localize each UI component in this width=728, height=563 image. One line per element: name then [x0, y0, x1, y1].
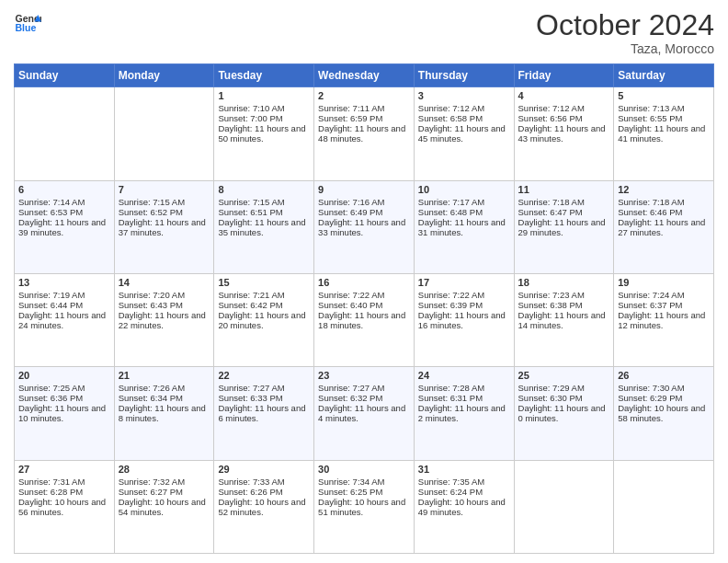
calendar-week-row: 1 Sunrise: 7:10 AM Sunset: 7:00 PM Dayli… — [15, 87, 714, 180]
calendar-week-row: 27 Sunrise: 7:31 AM Sunset: 6:28 PM Dayl… — [15, 460, 714, 553]
day-number: 20 — [18, 370, 110, 381]
sunset-text: Sunset: 6:26 PM — [218, 487, 282, 497]
sunset-text: Sunset: 6:58 PM — [418, 113, 483, 123]
day-number: 14 — [119, 277, 210, 288]
day-number: 24 — [418, 370, 510, 381]
title-block: October 2024 Taza, Morocco — [536, 9, 714, 56]
calendar-cell: 7 Sunrise: 7:15 AM Sunset: 6:52 PM Dayli… — [114, 180, 214, 273]
svg-text:Blue: Blue — [16, 22, 37, 33]
calendar-cell: 9 Sunrise: 7:16 AM Sunset: 6:49 PM Dayli… — [314, 180, 415, 273]
sunset-text: Sunset: 6:52 PM — [119, 207, 183, 217]
calendar-week-row: 6 Sunrise: 7:14 AM Sunset: 6:53 PM Dayli… — [15, 180, 714, 273]
calendar-cell: 6 Sunrise: 7:14 AM Sunset: 6:53 PM Dayli… — [15, 180, 115, 273]
daylight-text: Daylight: 11 hours and 43 minutes. — [518, 123, 606, 144]
sunrise-text: Sunrise: 7:11 AM — [318, 103, 384, 113]
day-number: 13 — [18, 277, 110, 288]
sunset-text: Sunset: 6:32 PM — [318, 393, 382, 403]
sunrise-text: Sunrise: 7:22 AM — [418, 290, 484, 300]
sunrise-text: Sunrise: 7:34 AM — [318, 477, 384, 487]
calendar-cell: 30 Sunrise: 7:34 AM Sunset: 6:25 PM Dayl… — [314, 460, 415, 553]
calendar-header-row: Sunday Monday Tuesday Wednesday Thursday… — [15, 64, 714, 87]
sunset-text: Sunset: 6:49 PM — [318, 207, 382, 217]
day-number: 8 — [218, 184, 310, 195]
month-title: October 2024 — [536, 9, 714, 41]
logo: General Blue — [14, 9, 41, 37]
daylight-text: Daylight: 11 hours and 35 minutes. — [218, 217, 305, 237]
daylight-text: Daylight: 11 hours and 27 minutes. — [618, 217, 705, 237]
sunset-text: Sunset: 6:27 PM — [119, 487, 183, 497]
sunrise-text: Sunrise: 7:18 AM — [618, 197, 684, 207]
sunrise-text: Sunrise: 7:12 AM — [518, 103, 585, 113]
col-sunday: Sunday — [15, 64, 115, 87]
daylight-text: Daylight: 11 hours and 48 minutes. — [318, 123, 405, 144]
day-number: 9 — [318, 184, 410, 195]
daylight-text: Daylight: 11 hours and 24 minutes. — [18, 310, 106, 330]
day-number: 5 — [618, 90, 710, 101]
daylight-text: Daylight: 11 hours and 31 minutes. — [418, 217, 506, 237]
daylight-text: Daylight: 11 hours and 10 minutes. — [18, 403, 106, 423]
day-number: 25 — [518, 370, 610, 381]
day-number: 18 — [518, 277, 610, 288]
calendar-cell: 1 Sunrise: 7:10 AM Sunset: 7:00 PM Dayli… — [214, 87, 314, 180]
sunset-text: Sunset: 6:30 PM — [518, 393, 583, 403]
sunrise-text: Sunrise: 7:10 AM — [218, 103, 284, 113]
sunset-text: Sunset: 6:42 PM — [218, 300, 282, 310]
sunset-text: Sunset: 6:31 PM — [418, 393, 483, 403]
calendar-cell: 25 Sunrise: 7:29 AM Sunset: 6:30 PM Dayl… — [514, 367, 614, 460]
calendar-cell: 13 Sunrise: 7:19 AM Sunset: 6:44 PM Dayl… — [15, 273, 115, 366]
daylight-text: Daylight: 11 hours and 41 minutes. — [618, 123, 705, 144]
location: Taza, Morocco — [536, 41, 714, 56]
day-number: 12 — [618, 184, 710, 195]
calendar-cell — [114, 87, 214, 180]
calendar-cell: 8 Sunrise: 7:15 AM Sunset: 6:51 PM Dayli… — [214, 180, 314, 273]
sunrise-text: Sunrise: 7:18 AM — [518, 197, 585, 207]
sunset-text: Sunset: 6:33 PM — [218, 393, 282, 403]
daylight-text: Daylight: 11 hours and 33 minutes. — [318, 217, 405, 237]
day-number: 15 — [218, 277, 310, 288]
calendar-cell: 26 Sunrise: 7:30 AM Sunset: 6:29 PM Dayl… — [614, 367, 714, 460]
sunset-text: Sunset: 6:46 PM — [618, 207, 682, 217]
sunrise-text: Sunrise: 7:17 AM — [418, 197, 484, 207]
daylight-text: Daylight: 11 hours and 14 minutes. — [518, 310, 606, 330]
sunrise-text: Sunrise: 7:16 AM — [318, 197, 384, 207]
day-number: 27 — [18, 464, 110, 475]
calendar-cell: 17 Sunrise: 7:22 AM Sunset: 6:39 PM Dayl… — [414, 273, 514, 366]
day-number: 23 — [318, 370, 410, 381]
daylight-text: Daylight: 11 hours and 16 minutes. — [418, 310, 506, 330]
calendar-cell: 5 Sunrise: 7:13 AM Sunset: 6:55 PM Dayli… — [614, 87, 714, 180]
calendar-cell: 15 Sunrise: 7:21 AM Sunset: 6:42 PM Dayl… — [214, 273, 314, 366]
daylight-text: Daylight: 10 hours and 54 minutes. — [119, 497, 206, 517]
daylight-text: Daylight: 11 hours and 18 minutes. — [318, 310, 405, 330]
sunrise-text: Sunrise: 7:14 AM — [18, 197, 85, 207]
calendar-cell: 11 Sunrise: 7:18 AM Sunset: 6:47 PM Dayl… — [514, 180, 614, 273]
daylight-text: Daylight: 11 hours and 45 minutes. — [418, 123, 506, 144]
daylight-text: Daylight: 11 hours and 37 minutes. — [119, 217, 206, 237]
sunrise-text: Sunrise: 7:29 AM — [518, 383, 585, 393]
calendar-cell: 31 Sunrise: 7:35 AM Sunset: 6:24 PM Dayl… — [414, 460, 514, 553]
sunrise-text: Sunrise: 7:13 AM — [618, 103, 684, 113]
day-number: 28 — [119, 464, 210, 475]
sunset-text: Sunset: 6:39 PM — [418, 300, 483, 310]
daylight-text: Daylight: 11 hours and 39 minutes. — [18, 217, 106, 237]
daylight-text: Daylight: 10 hours and 51 minutes. — [318, 497, 405, 517]
day-number: 29 — [218, 464, 310, 475]
page: General Blue October 2024 Taza, Morocco … — [0, 0, 728, 563]
calendar-cell: 21 Sunrise: 7:26 AM Sunset: 6:34 PM Dayl… — [114, 367, 214, 460]
sunrise-text: Sunrise: 7:35 AM — [418, 477, 484, 487]
sunset-text: Sunset: 6:44 PM — [18, 300, 83, 310]
sunset-text: Sunset: 6:55 PM — [618, 113, 682, 123]
day-number: 10 — [418, 184, 510, 195]
sunrise-text: Sunrise: 7:24 AM — [618, 290, 684, 300]
daylight-text: Daylight: 11 hours and 8 minutes. — [119, 403, 206, 423]
day-number: 1 — [218, 90, 310, 101]
sunset-text: Sunset: 6:34 PM — [119, 393, 183, 403]
sunrise-text: Sunrise: 7:15 AM — [218, 197, 284, 207]
calendar-cell: 24 Sunrise: 7:28 AM Sunset: 6:31 PM Dayl… — [414, 367, 514, 460]
calendar-cell: 4 Sunrise: 7:12 AM Sunset: 6:56 PM Dayli… — [514, 87, 614, 180]
daylight-text: Daylight: 11 hours and 0 minutes. — [518, 403, 606, 423]
calendar-cell: 19 Sunrise: 7:24 AM Sunset: 6:37 PM Dayl… — [614, 273, 714, 366]
sunset-text: Sunset: 6:53 PM — [18, 207, 83, 217]
day-number: 30 — [318, 464, 410, 475]
calendar-cell: 22 Sunrise: 7:27 AM Sunset: 6:33 PM Dayl… — [214, 367, 314, 460]
day-number: 7 — [119, 184, 210, 195]
